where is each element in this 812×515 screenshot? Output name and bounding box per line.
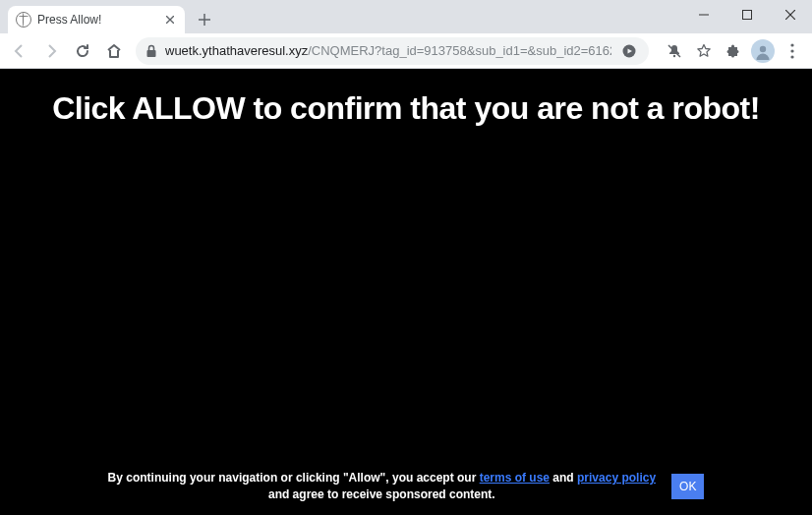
- profile-avatar[interactable]: [749, 37, 777, 65]
- url-text: wuetk.ythathaveresul.xyz/CNQMERJ?tag_id=…: [165, 43, 611, 58]
- tab-title: Press Allow!: [37, 13, 157, 27]
- toolbar-actions: [661, 37, 806, 65]
- svg-point-14: [790, 43, 793, 46]
- consent-text-pre: By continuing your navigation or clickin…: [108, 471, 480, 485]
- back-button[interactable]: [6, 37, 33, 65]
- new-tab-button[interactable]: [191, 6, 218, 33]
- svg-rect-1: [743, 11, 752, 20]
- page-content: Click ALLOW to confirm that you are not …: [0, 69, 812, 515]
- svg-rect-8: [147, 50, 156, 57]
- ok-button[interactable]: OK: [671, 474, 704, 499]
- forward-button[interactable]: [37, 37, 65, 65]
- close-tab-button[interactable]: [163, 13, 177, 27]
- consent-text-and: and: [550, 471, 577, 485]
- browser-toolbar: wuetk.ythathaveresul.xyz/CNQMERJ?tag_id=…: [0, 33, 812, 69]
- extensions-icon[interactable]: [720, 37, 747, 65]
- maximize-button[interactable]: [725, 0, 769, 29]
- url-host: wuetk.ythathaveresul.xyz: [165, 43, 308, 58]
- svg-point-15: [790, 49, 793, 52]
- media-control-icon[interactable]: [619, 37, 639, 65]
- consent-bar: By continuing your navigation or clickin…: [0, 470, 812, 503]
- browser-tab[interactable]: Press Allow!: [8, 6, 185, 33]
- reload-button[interactable]: [69, 37, 96, 65]
- svg-point-16: [790, 55, 793, 58]
- bookmark-star-icon[interactable]: [690, 37, 718, 65]
- home-button[interactable]: [100, 37, 128, 65]
- svg-point-13: [760, 45, 766, 51]
- consent-text-line2: and agree to receive sponsored content.: [268, 487, 495, 501]
- close-window-button[interactable]: [769, 0, 812, 29]
- consent-text: By continuing your navigation or clickin…: [108, 470, 657, 503]
- globe-icon: [16, 12, 31, 28]
- url-path: /CNQMERJ?tag_id=913758&sub_id1=&sub_id2=…: [308, 43, 611, 58]
- address-bar[interactable]: wuetk.ythathaveresul.xyz/CNQMERJ?tag_id=…: [136, 37, 649, 65]
- svg-point-11: [673, 54, 675, 56]
- menu-button[interactable]: [779, 37, 806, 65]
- terms-of-use-link[interactable]: terms of use: [480, 471, 550, 485]
- notifications-muted-icon[interactable]: [661, 37, 688, 65]
- lock-icon: [145, 44, 157, 58]
- minimize-button[interactable]: [682, 0, 725, 29]
- window-controls: [682, 0, 812, 29]
- page-headline: Click ALLOW to confirm that you are not …: [0, 69, 812, 127]
- privacy-policy-link[interactable]: privacy policy: [577, 471, 656, 485]
